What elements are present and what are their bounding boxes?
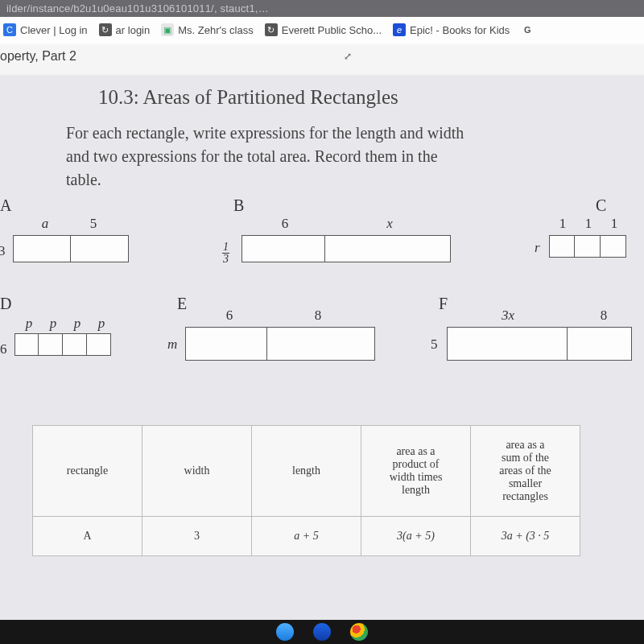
rect-d-top3: p bbox=[66, 316, 89, 332]
rect-a-top2: 5 bbox=[77, 216, 109, 232]
cell-rectangle: A bbox=[33, 517, 142, 556]
bookmark-label: Epic! - Books for Kids bbox=[410, 24, 510, 36]
th-sum: area as a sum of the areas of the smalle… bbox=[471, 426, 580, 517]
document-tab-title[interactable]: operty, Part 2 bbox=[0, 49, 76, 64]
rect-b-top2: x bbox=[374, 216, 406, 232]
rect-e-top2: 8 bbox=[306, 308, 330, 324]
rect-b-width-frac: 1 3 bbox=[222, 242, 229, 265]
rect-d-top2: p bbox=[42, 316, 64, 332]
table-row: A 3 a + 5 3(a + 5) 3a + (3 · 5 bbox=[33, 517, 580, 556]
task-icon-chrome[interactable] bbox=[350, 623, 368, 641]
rect-c-top1: 1 bbox=[554, 216, 572, 232]
rect-b-top1: 6 bbox=[269, 216, 301, 232]
bookmark-label: ar login bbox=[116, 24, 151, 36]
bookmarks-bar: C Clever | Log in ↻ ar login ▣ Ms. Zehr'… bbox=[0, 17, 644, 44]
rect-e-width: m bbox=[167, 336, 177, 353]
cell-sum: 3a + (3 · 5 bbox=[471, 517, 580, 556]
bookmark-clever[interactable]: C Clever | Log in bbox=[3, 23, 88, 36]
lesson-content: 10.3: Areas of Partitioned Rectangles Fo… bbox=[0, 75, 644, 556]
rect-d-top4: p bbox=[90, 316, 113, 332]
rect-a-top1: a bbox=[29, 216, 61, 232]
rect-f-width: 5 bbox=[431, 336, 438, 353]
google-icon: G bbox=[521, 23, 534, 36]
task-icon-app[interactable] bbox=[313, 623, 331, 641]
taskbar bbox=[0, 620, 644, 644]
rect-c-top2: 1 bbox=[580, 216, 597, 232]
url-bar[interactable]: ilder/instance/b2u1u0eau101u3106101011/,… bbox=[0, 0, 644, 17]
rect-f-top1: 3x bbox=[492, 308, 524, 324]
rect-e-letter: E bbox=[177, 295, 187, 313]
bookmark-label: Ms. Zehr's class bbox=[178, 24, 254, 36]
bookmark-ar-login[interactable]: ↻ ar login bbox=[99, 23, 151, 36]
rect-c-top3: 1 bbox=[605, 216, 623, 232]
cell-width: 3 bbox=[142, 517, 252, 556]
document-tab-bar: operty, Part 2 ⤢ bbox=[0, 44, 644, 75]
class-icon: ▣ bbox=[161, 23, 174, 36]
rect-d-width: 6 bbox=[0, 341, 7, 357]
bookmark-google[interactable]: G bbox=[521, 23, 534, 36]
th-length: length bbox=[252, 426, 361, 517]
page-title: 10.3: Areas of Partitioned Rectangles bbox=[0, 75, 644, 122]
rectangle-diagrams: A 3 a 5 B 1 3 6 x bbox=[0, 216, 644, 425]
th-product: area as a product of width times length bbox=[361, 426, 471, 517]
th-rectangle: rectangle bbox=[33, 426, 142, 517]
rect-f-letter: F bbox=[439, 295, 448, 313]
epic-icon: e bbox=[393, 23, 406, 36]
bookmark-epic[interactable]: e Epic! - Books for Kids bbox=[393, 23, 510, 36]
rect-c-width: r bbox=[535, 240, 540, 256]
rect-e-top1: 6 bbox=[217, 308, 242, 324]
refresh-icon: ↻ bbox=[265, 23, 278, 36]
clever-icon: C bbox=[3, 23, 16, 36]
rect-f-top2: 8 bbox=[592, 308, 616, 324]
refresh-icon: ↻ bbox=[99, 23, 112, 36]
rect-a-width: 3 bbox=[0, 243, 6, 259]
fullscreen-icon[interactable]: ⤢ bbox=[344, 51, 352, 62]
task-icon-files[interactable] bbox=[276, 623, 294, 641]
th-width: width bbox=[142, 426, 252, 517]
rect-d-top1: p bbox=[18, 316, 40, 332]
rect-d-letter: D bbox=[0, 295, 11, 313]
bookmark-label: Clever | Log in bbox=[20, 24, 88, 36]
bookmark-everett[interactable]: ↻ Everett Public Scho... bbox=[265, 23, 382, 36]
answer-table: rectangle width length area as a product… bbox=[32, 425, 580, 556]
cell-product: 3(a + 5) bbox=[361, 517, 471, 556]
rect-c-letter: C bbox=[596, 196, 606, 215]
instructions-text: For each rectangle, write expressions fo… bbox=[0, 122, 515, 216]
bookmark-zehr[interactable]: ▣ Ms. Zehr's class bbox=[161, 23, 254, 36]
cell-length: a + 5 bbox=[252, 517, 361, 556]
rect-b-letter: B bbox=[233, 196, 244, 215]
bookmark-label: Everett Public Scho... bbox=[282, 24, 382, 36]
